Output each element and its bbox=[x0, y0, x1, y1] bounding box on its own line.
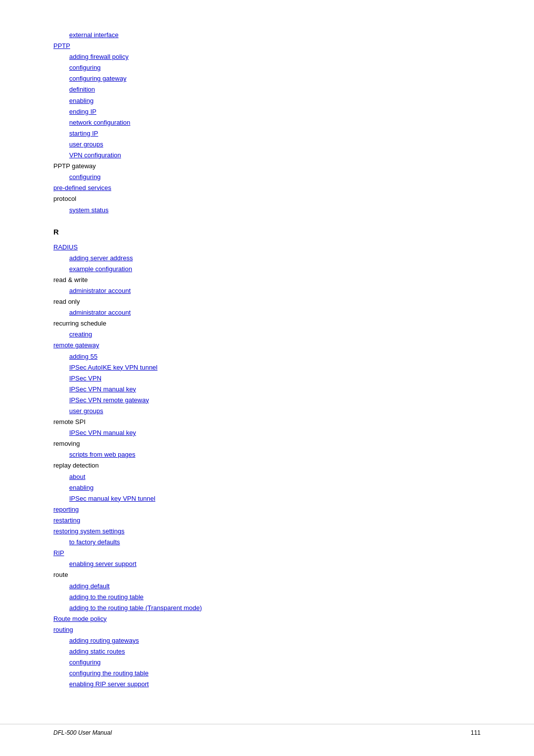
list-item: configuring the routing table bbox=[69, 668, 481, 679]
list-item: system status bbox=[69, 205, 481, 216]
list-item: enabling bbox=[69, 95, 481, 106]
scripts-from-web-pages-link[interactable]: scripts from web pages bbox=[69, 451, 135, 458]
list-item: administrator account bbox=[69, 285, 481, 296]
configuring-gateway-link[interactable]: configuring gateway bbox=[69, 75, 127, 82]
adding-to-routing-table-link[interactable]: adding to the routing table bbox=[69, 593, 143, 601]
list-item: IPSec VPN manual key bbox=[69, 427, 481, 438]
rip-link[interactable]: RIP bbox=[53, 549, 64, 557]
about-link[interactable]: about bbox=[69, 473, 86, 480]
page-container: external interface PPTP adding firewall … bbox=[0, 0, 534, 756]
protocol-text: protocol bbox=[53, 195, 76, 202]
read-write-text: read & write bbox=[53, 276, 88, 284]
route-mode-policy-link[interactable]: Route mode policy bbox=[53, 615, 107, 622]
list-item: PPTP gateway bbox=[53, 161, 481, 172]
configuring-routing-link[interactable]: configuring bbox=[69, 659, 101, 666]
replay-detection-text: replay detection bbox=[53, 462, 99, 469]
list-item: restarting bbox=[53, 515, 481, 526]
list-item: remote gateway bbox=[53, 340, 481, 351]
list-item: IPSec VPN manual key bbox=[69, 384, 481, 395]
adding-firewall-policy-link[interactable]: adding firewall policy bbox=[69, 53, 129, 60]
system-status-link[interactable]: system status bbox=[69, 206, 108, 214]
list-item: IPSec manual key VPN tunnel bbox=[69, 493, 481, 504]
user-groups-rg-link[interactable]: user groups bbox=[69, 407, 103, 415]
creating-link[interactable]: creating bbox=[69, 331, 92, 338]
ipsec-vpn-remote-gateway-link[interactable]: IPSec VPN remote gateway bbox=[69, 396, 149, 404]
ipsec-autoike-key-vpn-tunnel-link[interactable]: IPSec AutoIKE key VPN tunnel bbox=[69, 364, 158, 371]
list-item: adding to the routing table (Transparent… bbox=[69, 603, 481, 614]
ending-ip-link[interactable]: ending IP bbox=[69, 108, 96, 115]
list-item: IPSec AutoIKE key VPN tunnel bbox=[69, 362, 481, 373]
recurring-schedule-text: recurring schedule bbox=[53, 320, 106, 327]
restarting-link[interactable]: restarting bbox=[53, 517, 80, 524]
list-item: pre-defined services bbox=[53, 183, 481, 193]
enabling-link[interactable]: enabling bbox=[69, 97, 93, 104]
restoring-system-settings-link[interactable]: restoring system settings bbox=[53, 527, 125, 535]
list-item: configuring gateway bbox=[69, 73, 481, 84]
list-item: configuring bbox=[69, 62, 481, 73]
page-footer: DFL-500 User Manual 111 bbox=[0, 724, 534, 736]
ipsec-vpn-link[interactable]: IPSec VPN bbox=[69, 375, 101, 382]
list-item: protocol bbox=[53, 193, 481, 204]
external-interface-link[interactable]: external interface bbox=[69, 31, 119, 39]
list-item: replay detection bbox=[53, 460, 481, 471]
configuring-routing-table-link[interactable]: configuring the routing table bbox=[69, 669, 148, 677]
list-item: creating bbox=[69, 329, 481, 340]
enabling-rd-link[interactable]: enabling bbox=[69, 484, 93, 491]
index-section-r: RADIUS adding server address example con… bbox=[53, 242, 481, 690]
list-item: adding server address bbox=[69, 253, 481, 264]
configuring-link[interactable]: configuring bbox=[69, 64, 101, 71]
routing-link[interactable]: routing bbox=[53, 626, 73, 633]
adding-static-routes-link[interactable]: adding static routes bbox=[69, 648, 125, 655]
configuring-pptp-gw-link[interactable]: configuring bbox=[69, 173, 101, 181]
list-item: scripts from web pages bbox=[69, 449, 481, 460]
network-configuration-link[interactable]: network configuration bbox=[69, 119, 131, 126]
pre-defined-services-link[interactable]: pre-defined services bbox=[53, 184, 111, 191]
list-item: ending IP bbox=[69, 106, 481, 117]
list-item: VPN configuration bbox=[69, 150, 481, 161]
adding-to-routing-table-transparent-link[interactable]: adding to the routing table (Transparent… bbox=[69, 604, 202, 612]
radius-link[interactable]: RADIUS bbox=[53, 243, 78, 251]
adding-routing-gateways-link[interactable]: adding routing gateways bbox=[69, 637, 139, 644]
user-groups-link[interactable]: user groups bbox=[69, 141, 103, 148]
list-item: adding routing gateways bbox=[69, 635, 481, 646]
list-item: route bbox=[53, 569, 481, 580]
list-item: enabling RIP server support bbox=[69, 679, 481, 690]
list-item: administrator account bbox=[69, 307, 481, 318]
pptp-link[interactable]: PPTP bbox=[53, 42, 70, 49]
list-item: routing bbox=[53, 624, 481, 635]
ipsec-vpn-manual-key-spi-link[interactable]: IPSec VPN manual key bbox=[69, 429, 136, 436]
pptp-gateway-text: PPTP gateway bbox=[53, 162, 96, 170]
adding-default-link[interactable]: adding default bbox=[69, 582, 110, 590]
ipsec-manual-key-vpn-tunnel-link[interactable]: IPSec manual key VPN tunnel bbox=[69, 495, 155, 502]
example-configuration-link[interactable]: example configuration bbox=[69, 265, 132, 273]
list-item: remote SPI bbox=[53, 417, 481, 427]
to-factory-defaults-link[interactable]: to factory defaults bbox=[69, 538, 120, 546]
starting-ip-link[interactable]: starting IP bbox=[69, 130, 98, 137]
list-item: IPSec VPN bbox=[69, 373, 481, 384]
ipsec-vpn-manual-key-link[interactable]: IPSec VPN manual key bbox=[69, 385, 136, 393]
list-item: recurring schedule bbox=[53, 318, 481, 329]
list-item: example configuration bbox=[69, 264, 481, 275]
vpn-configuration-link[interactable]: VPN configuration bbox=[69, 151, 121, 159]
list-item: Route mode policy bbox=[53, 614, 481, 624]
list-item: adding firewall policy bbox=[69, 51, 481, 62]
admin-account-rw-link[interactable]: administrator account bbox=[69, 287, 131, 294]
enabling-rip-server-support-link[interactable]: enabling RIP server support bbox=[69, 680, 149, 688]
adding-server-address-link[interactable]: adding server address bbox=[69, 254, 133, 262]
definition-link[interactable]: definition bbox=[69, 86, 95, 93]
list-item: adding default bbox=[69, 581, 481, 592]
list-item: read only bbox=[53, 296, 481, 307]
admin-account-ro-link[interactable]: administrator account bbox=[69, 309, 131, 316]
index-top-section: external interface PPTP adding firewall … bbox=[53, 30, 481, 216]
list-item: removing bbox=[53, 438, 481, 449]
remote-gateway-link[interactable]: remote gateway bbox=[53, 341, 99, 349]
list-item: enabling server support bbox=[69, 559, 481, 569]
list-item: about bbox=[69, 472, 481, 482]
list-item: adding 55 bbox=[69, 351, 481, 362]
list-item: adding to the routing table bbox=[69, 592, 481, 603]
list-item: definition bbox=[69, 84, 481, 95]
enabling-server-support-link[interactable]: enabling server support bbox=[69, 560, 136, 567]
footer-page-number: 111 bbox=[471, 729, 481, 736]
reporting-link[interactable]: reporting bbox=[53, 506, 79, 513]
adding-55-link[interactable]: adding 55 bbox=[69, 353, 97, 360]
